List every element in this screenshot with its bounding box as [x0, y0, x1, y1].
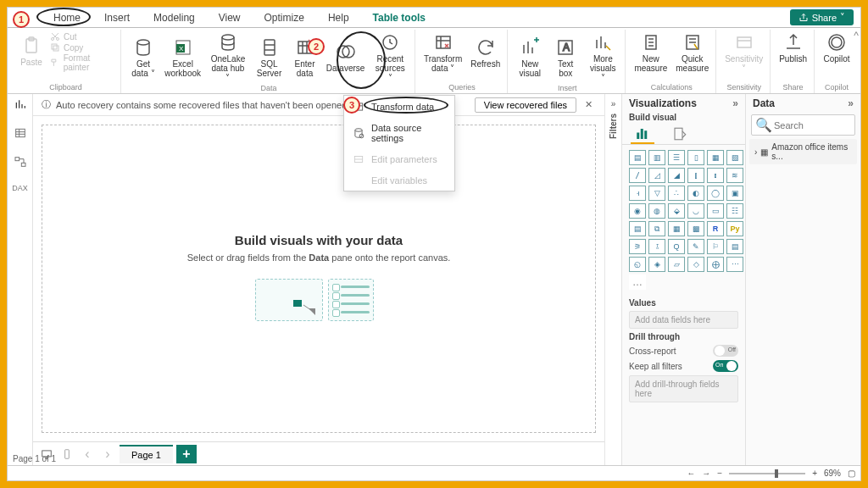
sensitivity-button[interactable]: Sensitivity ˅ — [721, 30, 766, 75]
viz-qna[interactable]: Q — [668, 239, 685, 254]
tab-view[interactable]: View — [207, 8, 253, 27]
mobile-layout-icon[interactable] — [58, 446, 75, 463]
tab-insert[interactable]: Insert — [92, 8, 142, 27]
copilot-button[interactable]: Copilot — [820, 30, 854, 65]
filters-pane-collapsed[interactable]: » Filters — [604, 94, 621, 465]
fit-page-icon[interactable]: ▢ — [848, 469, 855, 478]
get-data-button[interactable]: Get data ˅ — [126, 30, 160, 84]
tab-table-tools[interactable]: Table tools — [361, 8, 437, 27]
tab-optimize[interactable]: Optimize — [253, 8, 316, 27]
viz-more-dots[interactable]: … — [629, 274, 646, 290]
viz-clustered-bar[interactable]: ☰ — [668, 150, 685, 165]
quick-measure-button[interactable]: Quick measure — [672, 30, 712, 75]
sql-server-button[interactable]: SQL Server — [253, 30, 287, 84]
viz-table[interactable]: ▦ — [668, 221, 685, 236]
viz-ribbon[interactable]: ≋ — [726, 168, 743, 183]
dataverse-button[interactable]: Dataverse — [324, 30, 368, 84]
viz-automate[interactable]: ▱ — [668, 257, 685, 272]
viz-py[interactable]: Py — [726, 221, 743, 236]
viz-funnel[interactable]: ▽ — [648, 186, 665, 201]
viz-donut[interactable]: ◯ — [707, 186, 724, 201]
add-page-button[interactable]: + — [176, 445, 197, 463]
viz-line-col2[interactable]: ⫾ — [707, 168, 724, 183]
transform-data-button[interactable]: Transform data ˅ — [420, 30, 465, 75]
values-well[interactable]: Add data fields here — [629, 311, 738, 329]
format-painter-button[interactable]: Format painter — [50, 53, 117, 72]
viz-scatter[interactable]: ∴ — [668, 186, 685, 201]
drill-well[interactable]: Add drill-through fields here — [629, 375, 738, 402]
viz-azure-map[interactable]: ⬙ — [668, 203, 685, 219]
view-recovered-files-button[interactable]: View recovered files — [475, 97, 576, 113]
viz-multi-card[interactable]: ☷ — [726, 203, 743, 219]
collapse-ribbon-icon[interactable]: ^ — [854, 30, 859, 42]
filters-expand-icon[interactable]: » — [611, 99, 616, 108]
viz-clustered-col[interactable]: ▯ — [687, 150, 704, 165]
viz-stacked-area[interactable]: ◢ — [668, 168, 685, 183]
keep-filters-toggle[interactable]: On — [713, 360, 738, 372]
refresh-button[interactable]: Refresh — [467, 30, 504, 75]
nav-table-icon[interactable] — [14, 126, 27, 143]
viz-stacked-bar[interactable]: ▤ — [629, 150, 646, 165]
nav-dax-icon[interactable]: DAX — [12, 184, 28, 192]
data-search[interactable]: 🔍 — [751, 114, 855, 136]
viz-card[interactable]: ▭ — [707, 203, 724, 219]
zoom-slider[interactable] — [729, 473, 805, 474]
viz-get-more[interactable]: ⋯ — [726, 257, 743, 272]
dd-data-source-settings[interactable]: Data source settings — [344, 118, 454, 148]
viz-stacked-col[interactable]: ▥ — [648, 150, 665, 165]
tab-home[interactable]: Home — [42, 8, 92, 27]
viz-filled-map[interactable]: ◍ — [648, 203, 665, 219]
viz-map[interactable]: ◉ — [629, 203, 646, 219]
viz-waterfall[interactable]: ⫞ — [629, 186, 646, 201]
recovery-close-icon[interactable]: ✕ — [581, 99, 596, 110]
page-prev-icon[interactable]: ‹ — [79, 446, 96, 463]
more-visuals-button[interactable]: More visuals ˅ — [584, 30, 621, 84]
viz-kpi[interactable]: ▤ — [629, 221, 646, 236]
new-visual-button[interactable]: New visual — [513, 30, 547, 84]
page-next-icon[interactable]: › — [99, 446, 116, 463]
viz-tab-build[interactable] — [631, 125, 654, 144]
status-left-arrow[interactable]: ← — [687, 469, 695, 478]
viz-gauge[interactable]: ◡ — [687, 203, 704, 219]
data-search-input[interactable] — [772, 119, 868, 131]
viz-matrix[interactable]: ▩ — [687, 221, 704, 236]
zoom-out-icon[interactable]: − — [717, 469, 722, 478]
new-measure-button[interactable]: New measure — [631, 30, 670, 75]
viz-r[interactable]: R — [707, 221, 724, 236]
nav-report-icon[interactable] — [14, 97, 27, 114]
viz-other2[interactable]: ⨁ — [707, 257, 724, 272]
viz-line-col[interactable]: ⫿ — [687, 168, 704, 183]
viz-line[interactable]: 〳 — [629, 168, 646, 183]
nav-model-icon[interactable] — [14, 155, 27, 172]
page-tab-1[interactable]: Page 1 — [120, 445, 173, 463]
viz-power-apps[interactable]: ◈ — [648, 257, 665, 272]
copy-button[interactable]: Copy — [50, 42, 117, 53]
viz-treemap[interactable]: ▣ — [726, 186, 743, 201]
tab-help[interactable]: Help — [316, 8, 361, 27]
viz-100-col[interactable]: ▧ — [726, 150, 743, 165]
tab-modeling[interactable]: Modeling — [142, 8, 207, 27]
report-canvas[interactable]: Build visuals with your data Select or d… — [42, 125, 596, 433]
zoom-in-icon[interactable]: + — [812, 469, 817, 478]
recent-sources-button[interactable]: Recent sources ˅ — [370, 30, 411, 84]
dd-transform-data[interactable]: Transform data — [344, 96, 454, 118]
onelake-button[interactable]: OneLake data hub ˅ — [205, 30, 250, 84]
viz-arc[interactable]: ◵ — [629, 257, 646, 272]
viz-decomp[interactable]: ⫱ — [648, 239, 665, 254]
viz-other1[interactable]: ◇ — [687, 257, 704, 272]
text-box-button[interactable]: AText box — [548, 30, 582, 84]
status-right-arrow[interactable]: → — [702, 469, 710, 478]
viz-key-infl[interactable]: ⚞ — [629, 239, 646, 254]
publish-button[interactable]: Publish — [776, 30, 810, 65]
viz-goals[interactable]: ⚐ — [707, 239, 724, 254]
viz-area[interactable]: ◿ — [648, 168, 665, 183]
viz-100-bar[interactable]: ▦ — [707, 150, 724, 165]
viz-collapse-icon[interactable]: » — [732, 97, 738, 109]
viz-paginated[interactable]: ▤ — [726, 239, 743, 254]
viz-tab-format[interactable] — [668, 125, 692, 144]
data-collapse-icon[interactable]: » — [848, 97, 854, 109]
paste-button[interactable]: Paste — [14, 30, 48, 72]
cross-report-toggle[interactable]: Off — [713, 345, 738, 357]
viz-narrative[interactable]: ✎ — [687, 239, 704, 254]
data-table-item[interactable]: › ▦ Amazon office items s... — [749, 139, 857, 164]
